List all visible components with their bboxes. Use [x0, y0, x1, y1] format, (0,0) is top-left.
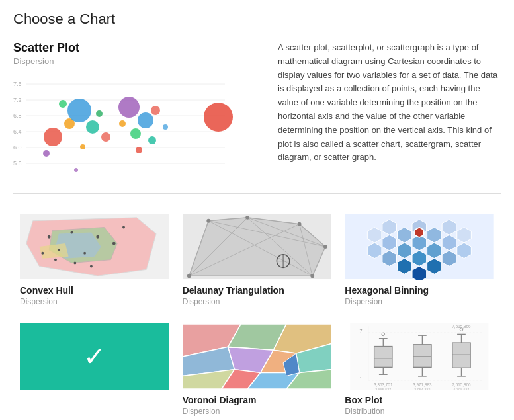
svg-point-40: [83, 252, 86, 255]
svg-point-45: [41, 252, 44, 255]
svg-point-16: [43, 150, 50, 157]
selected-thumbnail: ✓: [20, 323, 169, 390]
svg-rect-114: [374, 347, 392, 368]
chart-card-boxplot[interactable]: 7 1 3,363,701 3,885,537: [338, 317, 501, 420]
chart-card-category-2: Dispersion: [345, 297, 494, 306]
svg-point-41: [112, 242, 116, 245]
svg-text:1: 1: [360, 376, 363, 382]
svg-point-67: [187, 274, 191, 278]
svg-point-19: [80, 144, 85, 149]
svg-text:6.8: 6.8: [13, 112, 22, 119]
page-container: Choose a Chart Scatter Plot Dispersion 7…: [0, 0, 514, 420]
svg-point-30: [204, 103, 233, 132]
svg-point-22: [138, 112, 153, 128]
svg-point-42: [73, 262, 76, 265]
svg-point-44: [122, 226, 125, 229]
boxplot-svg: 7 1 3,363,701 3,885,537: [345, 323, 494, 390]
svg-text:4,398,584: 4,398,584: [454, 388, 470, 390]
svg-point-24: [151, 106, 160, 115]
svg-text:7: 7: [360, 328, 363, 334]
svg-point-15: [59, 100, 67, 108]
featured-chart-name: Scatter Plot: [13, 41, 258, 55]
svg-point-17: [86, 120, 99, 134]
scatter-preview: 7.6 7.2 6.8 6.4 6.0 5.6: [13, 74, 232, 180]
delaunay-svg: [183, 214, 332, 280]
svg-point-23: [130, 128, 141, 139]
delaunay-thumbnail: [183, 214, 332, 280]
chart-card-name-5: Box Plot: [345, 395, 494, 405]
chart-card-hexbin[interactable]: Hexagonal Binning Dispersion: [338, 207, 501, 317]
boxplot-thumbnail: 7 1 3,363,701 3,885,537: [345, 323, 494, 390]
svg-point-18: [101, 132, 110, 142]
svg-point-12: [44, 128, 62, 146]
svg-text:3,885,537: 3,885,537: [376, 388, 392, 390]
chart-card-voronoi[interactable]: Voronoi Diagram Dispersion: [176, 317, 339, 420]
svg-text:7,515,866: 7,515,866: [452, 324, 472, 329]
svg-text:7.2: 7.2: [13, 97, 22, 103]
svg-point-64: [297, 222, 301, 226]
svg-text:6.4: 6.4: [13, 128, 22, 135]
chart-card-category-0: Dispersion: [20, 297, 169, 306]
convex-hull-svg: [20, 214, 169, 280]
svg-text:3,971,883: 3,971,883: [413, 382, 433, 387]
hexbin-svg: [345, 214, 494, 280]
voronoi-svg: [183, 323, 332, 390]
svg-text:7,515,866: 7,515,866: [452, 382, 472, 387]
chart-card-selected[interactable]: ✓: [13, 317, 176, 420]
svg-point-20: [96, 110, 103, 117]
svg-point-46: [90, 265, 93, 267]
svg-point-43: [54, 259, 57, 261]
featured-description: A scatter plot, scatterplot, or scatterg…: [258, 41, 501, 180]
chart-card-name-4: Voronoi Diagram: [183, 395, 332, 405]
scatter-svg: 7.6 7.2 6.8 6.4 6.0 5.6: [13, 74, 238, 180]
chart-card-convex-hull[interactable]: Convex Hull Dispersion: [13, 207, 176, 317]
svg-text:6.0: 6.0: [13, 144, 22, 151]
chart-grid: Convex Hull Dispersion: [13, 207, 501, 420]
voronoi-thumbnail: [183, 323, 332, 390]
teal-thumb: ✓: [20, 323, 169, 390]
svg-point-66: [310, 274, 314, 278]
svg-point-38: [96, 235, 99, 239]
svg-point-65: [323, 245, 327, 249]
chart-card-category-4: Dispersion: [183, 407, 332, 416]
svg-rect-131: [452, 343, 470, 368]
svg-text:2,954,382: 2,954,382: [415, 388, 431, 390]
chart-card-category-5: Distribution: [345, 407, 494, 416]
svg-point-29: [74, 168, 78, 172]
chart-card-category-1: Dispersion: [183, 297, 332, 306]
svg-text:3,363,701: 3,363,701: [374, 382, 393, 387]
convex-hull-thumbnail: [20, 214, 169, 280]
chart-card-name-2: Hexagonal Binning: [345, 285, 494, 296]
svg-point-37: [71, 231, 73, 233]
chart-card-name-0: Convex Hull: [20, 285, 169, 296]
svg-point-27: [163, 124, 168, 130]
featured-left: Scatter Plot Dispersion 7.6 7.2 6.8 6.4 …: [13, 41, 258, 180]
chart-card-name-1: Delaunay Triangulation: [183, 285, 332, 296]
checkmark-icon: ✓: [83, 341, 106, 372]
svg-point-36: [48, 235, 51, 239]
svg-point-62: [206, 219, 210, 223]
svg-text:5.6: 5.6: [13, 160, 22, 167]
svg-point-39: [58, 249, 60, 251]
svg-point-26: [148, 136, 156, 144]
page-title: Choose a Chart: [13, 11, 501, 28]
featured-section: Scatter Plot Dispersion 7.6 7.2 6.8 6.4 …: [13, 41, 501, 194]
svg-point-14: [67, 99, 91, 122]
svg-point-63: [245, 216, 249, 220]
svg-point-28: [136, 147, 142, 153]
svg-rect-123: [413, 345, 431, 368]
svg-marker-92: [415, 228, 424, 238]
svg-text:7.6: 7.6: [13, 81, 22, 87]
svg-point-25: [119, 120, 126, 127]
svg-point-21: [118, 97, 140, 118]
hexbin-thumbnail: [345, 214, 494, 280]
featured-chart-category: Dispersion: [13, 56, 258, 66]
chart-card-delaunay[interactable]: Delaunay Triangulation Dispersion: [176, 207, 339, 317]
